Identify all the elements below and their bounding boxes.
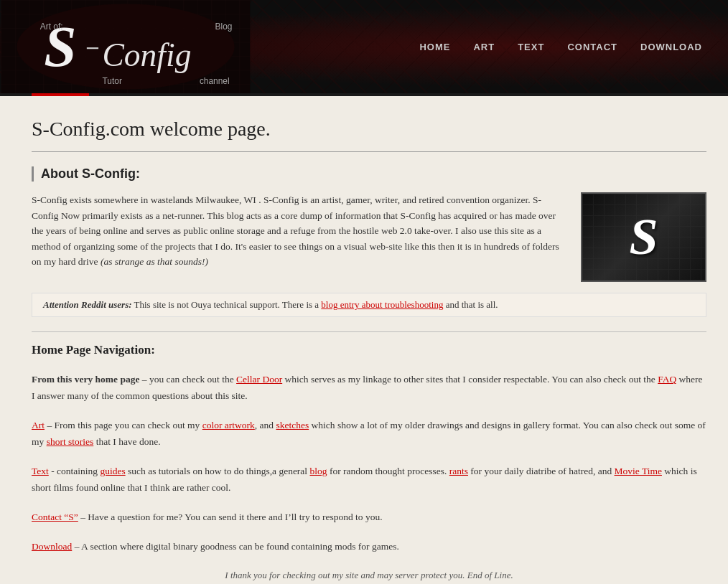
about-italic: (as strange as that sounds!) xyxy=(101,256,208,267)
s-logo-image: S xyxy=(581,192,706,282)
svg-text:Tutor: Tutor xyxy=(103,76,122,86)
nav-section-art: Art – From this page you can check out m… xyxy=(32,418,706,451)
svg-text:Art of:: Art of: xyxy=(40,22,63,32)
short-stories-link[interactable]: short stories xyxy=(47,436,94,447)
site-logo[interactable]: S Config Art of: Blog Tutor channel xyxy=(0,0,251,93)
main-nav: HOME ART TEXT CONTACT DOWNLOAD xyxy=(408,36,728,58)
cellar-door-link[interactable]: Cellar Door xyxy=(236,374,282,385)
nav-art[interactable]: ART xyxy=(462,36,506,58)
nav-section-contact: Contact “S” – Have a question for me? Yo… xyxy=(32,509,706,526)
svg-text:channel: channel xyxy=(200,76,230,86)
logo-area: S Config Art of: Blog Tutor channel xyxy=(0,0,251,93)
nav-contact[interactable]: CONTACT xyxy=(556,36,629,58)
attention-box: Attention Reddit users: This site is not… xyxy=(32,293,706,317)
main-content: S-Config.com welcome page. About S-Confi… xyxy=(0,96,728,584)
guides-link[interactable]: guides xyxy=(100,466,125,476)
nav-section-cellar: From this very home page – you can check… xyxy=(32,372,706,405)
faq-link[interactable]: FAQ xyxy=(658,374,676,385)
s-logo-inner: S xyxy=(582,194,705,281)
nav-section-text: Text - containing guides such as tutoria… xyxy=(32,463,706,496)
site-header: S Config Art of: Blog Tutor channel HOME… xyxy=(0,0,728,93)
svg-text:Config: Config xyxy=(103,37,192,73)
sketches-link[interactable]: sketches xyxy=(276,420,309,430)
s-logo-letter: S xyxy=(629,207,658,267)
page-title: S-Config.com welcome page. xyxy=(32,110,706,141)
section-divider xyxy=(32,331,706,332)
about-section: About S-Config: xyxy=(32,166,706,182)
nav-section-download: Download – A section where digital binar… xyxy=(32,539,706,555)
attention-label: Attention Reddit users: xyxy=(43,299,132,310)
text-link[interactable]: Text xyxy=(32,466,49,476)
footer-text: I thank you for checking out my site and… xyxy=(32,570,706,581)
download-link[interactable]: Download xyxy=(32,541,72,552)
nav-download[interactable]: DOWNLOAD xyxy=(629,36,714,58)
nav-home[interactable]: HOME xyxy=(408,36,462,58)
rants-link[interactable]: rants xyxy=(449,466,468,476)
nav-text[interactable]: TEXT xyxy=(506,36,556,58)
about-title: About S-Config: xyxy=(41,166,140,181)
title-divider xyxy=(32,151,706,152)
color-artwork-link[interactable]: color artwork xyxy=(202,420,255,430)
attention-link[interactable]: blog entry about troubleshooting xyxy=(321,299,443,310)
movie-time-link[interactable]: Movie Time xyxy=(615,466,662,476)
art-link[interactable]: Art xyxy=(32,420,45,430)
blog-link[interactable]: blog xyxy=(310,466,327,476)
cellar-bold: From this very home page xyxy=(32,374,139,385)
about-text-block: S-Config exists somewhere in wastelands … xyxy=(32,192,566,270)
about-content: S-Config exists somewhere in wastelands … xyxy=(32,192,706,282)
svg-text:Blog: Blog xyxy=(215,22,233,32)
contact-link[interactable]: Contact “S” xyxy=(32,512,78,522)
home-nav-title: Home Page Navigation: xyxy=(32,343,706,357)
about-paragraph: S-Config exists somewhere in wastelands … xyxy=(32,192,566,270)
